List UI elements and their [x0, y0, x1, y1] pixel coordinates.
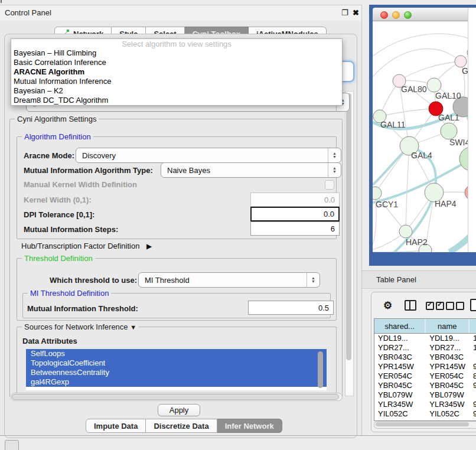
mi-algorithm-type-label: Mutual Information Algorithm Type:	[24, 166, 153, 175]
dpi-tolerance-field[interactable]: 0.0	[250, 207, 340, 221]
split-columns-icon[interactable]	[405, 300, 416, 311]
mi-threshold-field[interactable]: 0.5	[248, 301, 334, 315]
table-row[interactable]: YBR045CYBR045C9.	[374, 381, 476, 390]
screen: Control Panel ❐ ✖ Network Style Select C…	[0, 0, 476, 450]
table-cell: YIL052C	[374, 409, 426, 419]
combo-stepper-icon: ▲▼	[328, 148, 341, 162]
table-row[interactable]: YER054CYER054C8.	[374, 371, 476, 381]
bottom-tabbar: Impute Data Discretize Data Infer Networ…	[86, 419, 282, 433]
mi-algorithm-type-combobox[interactable]: Naive Bayes ▲▼	[161, 162, 341, 178]
table-cell: 13	[470, 334, 476, 343]
group-title: Algorithm Definition	[22, 132, 93, 141]
algorithm-option[interactable]: Basic Correlation Inference	[11, 58, 342, 67]
table-cell: YER054C	[374, 371, 426, 381]
panel-title: Control Panel	[5, 8, 51, 17]
kernel-width-label: Kernel Width (0,1):	[24, 195, 92, 204]
table-cell: YIL052C	[426, 409, 470, 419]
group-title: Threshold Definition	[22, 254, 95, 263]
dpi-tolerance-label: DPI Tolerance [0,1]:	[24, 210, 94, 219]
svg-text:GAL1: GAL1	[438, 113, 459, 122]
table-cell: YLR345W	[426, 400, 470, 409]
table-cell: YBR043C	[426, 353, 470, 362]
table-panel-title: Table Panel	[376, 275, 416, 284]
table-row[interactable]: YBR043CYBR043C	[374, 353, 476, 362]
svg-text:SWI4: SWI4	[449, 138, 470, 147]
algorithm-option[interactable]: Bayesian – K2	[11, 86, 342, 96]
select-all-checkboxes-icon[interactable]	[426, 302, 446, 312]
close-traffic-button[interactable]	[380, 11, 388, 19]
settings-vertical-scrollbar[interactable]	[345, 91, 354, 396]
manual-kernel-width-label: Manual Kernel Width Definition	[24, 180, 137, 189]
svg-text:GAL80: GAL80	[401, 84, 427, 94]
table-panel: ⚙ shared... name A YDL19...YDL19...13YDR…	[371, 292, 476, 432]
gear-icon[interactable]: ⚙	[383, 299, 392, 312]
new-table-icon[interactable]	[470, 299, 476, 311]
network-window-titlebar[interactable]	[373, 8, 468, 21]
zoom-traffic-button[interactable]	[404, 11, 412, 19]
table-row[interactable]: YLR345WYLR345W9.	[374, 400, 476, 409]
algorithm-option[interactable]: Bayesian – Hill Climbing	[11, 48, 342, 58]
attribute-list-item[interactable]: BetweennessCentrality	[26, 368, 327, 377]
svg-text:GAL11: GAL11	[380, 120, 406, 129]
scrollbar-thumb[interactable]	[12, 394, 339, 400]
scrollbar-thumb[interactable]	[376, 422, 469, 426]
svg-text:GAL10: GAL10	[435, 91, 461, 100]
table-row[interactable]: YBL079WYBL079W	[374, 390, 476, 400]
table-row[interactable]: YDR27...YDR27...12	[374, 343, 476, 353]
table-cell: YBR043C	[374, 353, 426, 362]
tab-discretize-data[interactable]: Discretize Data	[146, 419, 217, 433]
panel-divider	[0, 435, 476, 436]
minimize-traffic-button[interactable]	[392, 11, 400, 19]
panel-corner-button[interactable]	[5, 440, 19, 450]
algorithm-option[interactable]: Dream8 DC_TDC Algorithm	[11, 96, 342, 105]
expand-arrow-icon[interactable]: ▶	[146, 242, 152, 250]
attribute-list-item[interactable]: gal4RGexp	[26, 377, 327, 387]
sources-toggle[interactable]: Sources for Network Inference ▼	[22, 322, 139, 331]
svg-text:HAP2: HAP2	[406, 237, 428, 247]
table-row[interactable]: YIL052CYIL052C9.	[374, 409, 476, 419]
table-cell: YER054C	[426, 371, 470, 381]
table-cell: YBL079W	[426, 390, 470, 400]
table-row[interactable]: YPR145WYPR145W9.	[374, 362, 476, 371]
algorithm-option[interactable]: Mutual Information Inference	[11, 77, 342, 86]
tab-infer-network[interactable]: Infer Network	[217, 419, 282, 433]
algorithm-dropdown-list: Select algorithm to view settings Bayesi…	[11, 38, 343, 106]
table-cell: YDR27...	[374, 343, 426, 353]
manual-kernel-width-checkbox[interactable]	[325, 180, 334, 190]
deselect-all-checkboxes-icon[interactable]	[446, 302, 466, 312]
network-nodes[interactable]	[373, 47, 476, 252]
combo-stepper-icon: ▲▼	[307, 273, 319, 287]
data-attributes-list[interactable]: SelfLoopsTopologicalCoefficientBetweenne…	[26, 349, 327, 390]
mi-steps-field[interactable]: 6	[250, 221, 340, 236]
tab-impute-data[interactable]: Impute Data	[86, 419, 146, 433]
which-threshold-combobox[interactable]: MI Threshold ▲▼	[138, 272, 320, 288]
group-title: Cyni Algorithm Settings	[15, 115, 99, 123]
column-header-shared-name[interactable]: shared...	[374, 319, 426, 333]
hub-definition-toggle[interactable]: Hub/Transcription Factor Definition ▶	[21, 242, 152, 250]
scrollbar-thumb[interactable]	[346, 93, 351, 360]
float-window-icon[interactable]: ❐	[341, 9, 348, 17]
svg-text:GCY1: GCY1	[376, 200, 398, 209]
aracne-mode-combobox[interactable]: Discovery ▲▼	[76, 148, 341, 163]
list-vertical-scrollbar[interactable]	[318, 351, 323, 388]
column-header-name[interactable]: name	[426, 319, 470, 333]
apply-button[interactable]: Apply	[158, 404, 200, 416]
node-table: shared... name A YDL19...YDL19...13YDR27…	[374, 318, 476, 421]
settings-horizontal-scrollbar[interactable]	[11, 393, 343, 401]
table-cell: YBL079W	[374, 390, 426, 400]
algorithm-option[interactable]: ARACNE Algorithm	[11, 67, 342, 77]
table-cell: 9.	[470, 409, 476, 419]
network-canvas[interactable]: GAL GAL80 GAL10 GAL11 GAL1 SWI4 GAL4 GCY…	[373, 21, 476, 252]
kernel-width-field[interactable]: 0.0	[250, 193, 340, 207]
table-horizontal-scrollbar[interactable]	[374, 421, 476, 429]
table-row[interactable]: YDL19...YDL19...13	[374, 334, 476, 343]
table-cell: YLR345W	[374, 400, 426, 409]
close-icon[interactable]: ✖	[353, 9, 359, 17]
mi-steps-label: Mutual Information Steps:	[24, 225, 118, 234]
attribute-list-item[interactable]: TopologicalCoefficient	[26, 358, 327, 368]
network-view-window: GAL GAL80 GAL10 GAL11 GAL1 SWI4 GAL4 GCY…	[369, 5, 476, 266]
attribute-list-item[interactable]: SelfLoops	[26, 349, 327, 358]
column-header-cut[interactable]: A	[470, 319, 476, 333]
svg-text:GAL4: GAL4	[411, 151, 432, 160]
collapse-arrow-icon[interactable]: ▼	[130, 324, 136, 331]
